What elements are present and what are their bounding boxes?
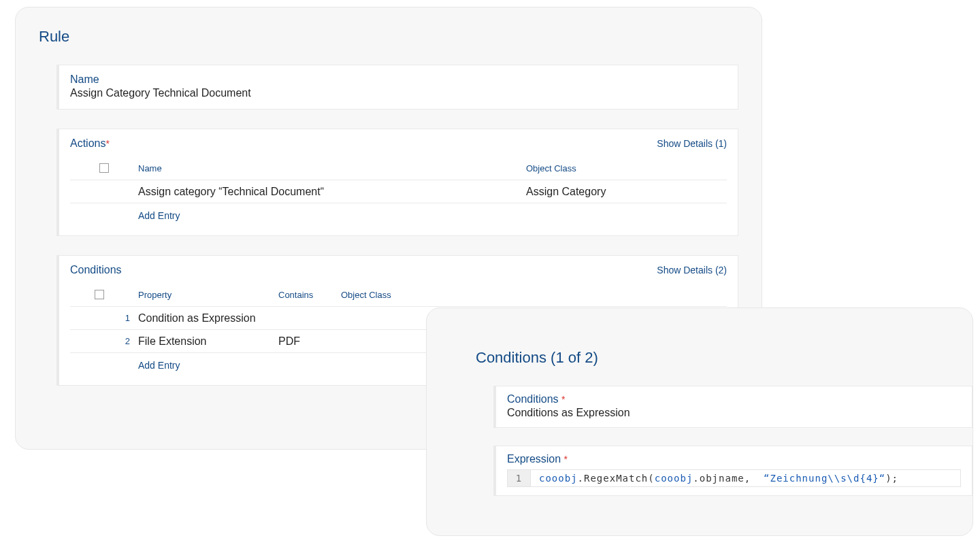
- cond-detail-expression-required: *: [564, 454, 568, 465]
- conditions-row-contains: PDF: [278, 331, 341, 352]
- actions-add-entry-link[interactable]: Add Entry: [138, 205, 180, 224]
- conditions-detail-expression-panel: Expression * 1 cooobj.RegexMatch(cooobj.…: [493, 446, 973, 496]
- actions-panel: Actions* Show Details (1) Name Object Cl…: [56, 129, 738, 236]
- actions-show-details-link[interactable]: Show Details (1): [657, 138, 727, 149]
- actions-table: Name Object Class Assign category “Techn…: [70, 156, 727, 226]
- actions-col-object-class: Object Class: [526, 163, 727, 173]
- page-title: Rule: [39, 28, 738, 46]
- token-string: “Zeichnung\\s\d{4}“: [764, 473, 885, 484]
- conditions-col-contains: Contains: [278, 290, 341, 300]
- token-cooobj: cooobj: [539, 473, 578, 484]
- conditions-row-contains: [278, 314, 341, 322]
- actions-row-name: Assign category “Technical Document“: [138, 182, 526, 202]
- conditions-title: Conditions: [70, 264, 122, 276]
- conditions-row-property: Condition as Expression: [138, 308, 278, 329]
- conditions-show-details-link[interactable]: Show Details (2): [657, 265, 727, 276]
- conditions-add-entry-link[interactable]: Add Entry: [138, 354, 180, 373]
- token-cooobj: cooobj: [655, 473, 693, 484]
- conditions-detail-card: Conditions (1 of 2) Conditions * Conditi…: [426, 307, 973, 536]
- conditions-col-property: Property: [138, 290, 278, 300]
- conditions-detail-title: Conditions (1 of 2): [476, 349, 973, 367]
- name-value: Assign Category Technical Document: [70, 87, 727, 99]
- cond-detail-conditions-label: Conditions: [507, 393, 561, 405]
- token-end: );: [885, 473, 898, 484]
- name-panel: Name Assign Category Technical Document: [56, 65, 738, 110]
- actions-select-all-checkbox[interactable]: [99, 163, 109, 173]
- conditions-select-all-checkbox[interactable]: [95, 290, 104, 299]
- table-row[interactable]: Assign category “Technical Document“ Ass…: [70, 180, 727, 203]
- token-call: .RegexMatch(: [578, 473, 655, 484]
- actions-col-name: Name: [138, 163, 526, 173]
- actions-title: Actions: [70, 137, 105, 149]
- cond-detail-conditions-value: Conditions as Expression: [507, 407, 961, 419]
- cond-detail-conditions-required: *: [561, 394, 565, 405]
- name-label: Name: [70, 73, 727, 86]
- actions-required: *: [105, 138, 109, 149]
- line-number: 1: [508, 470, 531, 486]
- actions-row-object-class: Assign Category: [526, 182, 727, 202]
- cond-detail-expression-label: Expression: [507, 453, 564, 465]
- expression-editor[interactable]: 1 cooobj.RegexMatch(cooobj.objname, “Zei…: [507, 469, 961, 487]
- conditions-col-object-class: Object Class: [341, 290, 727, 300]
- row-index: 1: [70, 313, 138, 323]
- token-prop: .objname,: [693, 473, 764, 484]
- conditions-row-property: File Extension: [138, 331, 278, 352]
- row-index: 2: [70, 336, 138, 346]
- conditions-detail-conditions-panel: Conditions * Conditions as Expression: [493, 386, 973, 428]
- expression-code[interactable]: cooobj.RegexMatch(cooobj.objname, “Zeich…: [531, 470, 906, 486]
